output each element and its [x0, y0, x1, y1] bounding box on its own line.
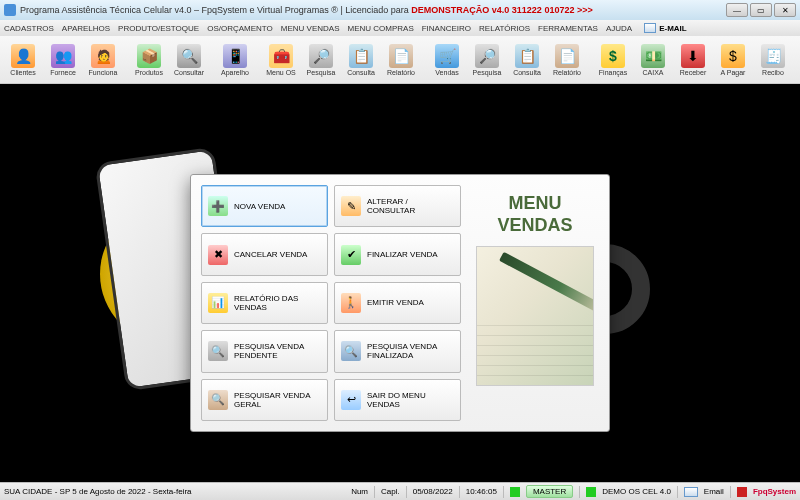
toolbar-funciona[interactable]: 🙍Funciona — [84, 38, 122, 82]
toolbar-produtos[interactable]: 📦Produtos — [130, 38, 168, 82]
dialog-btn-sair-do-menu-vendas[interactable]: ↩SAIR DO MENU VENDAS — [334, 379, 461, 421]
menu-cadastros[interactable]: CADASTROS — [4, 24, 54, 33]
toolbar-clientes[interactable]: 👤Clientes — [4, 38, 42, 82]
status-date: 05/08/2022 — [413, 487, 453, 496]
status-time: 10:46:05 — [466, 487, 497, 496]
titlebar-text: Programa Assistência Técnica Celular v4.… — [20, 5, 726, 15]
dialog-buttons-grid: ➕NOVA VENDA✎ALTERAR / CONSULTAR✖CANCELAR… — [201, 185, 461, 421]
menu-financeiro[interactable]: FINANCEIRO — [422, 24, 471, 33]
menu-menu-vendas[interactable]: MENU VENDAS — [281, 24, 340, 33]
toolbar: 👤Clientes👥Fornece🙍Funciona📦Produtos🔍Cons… — [0, 36, 800, 84]
relatorio-icon: 📄 — [555, 44, 579, 68]
nova-icon: ➕ — [208, 196, 228, 216]
status-num: Num — [351, 487, 368, 496]
toolbar-receber[interactable]: ⬇Receber — [674, 38, 712, 82]
toolbar-aparelho[interactable]: 📱Aparelho — [216, 38, 254, 82]
sair-icon: ↩ — [341, 390, 361, 410]
status-indicator-green — [510, 487, 520, 497]
pend-icon: 🔍 — [208, 341, 228, 361]
dialog-btn-cancelar-venda[interactable]: ✖CANCELAR VENDA — [201, 233, 328, 275]
menu-relatórios[interactable]: RELATÓRIOS — [479, 24, 530, 33]
clientes-icon: 👤 — [11, 44, 35, 68]
toolbar-caixa[interactable]: 💵CAIXA — [634, 38, 672, 82]
dialog-side-panel: MENU VENDAS — [471, 185, 599, 421]
toolbar-fornece[interactable]: 👥Fornece — [44, 38, 82, 82]
toolbar-menu-os[interactable]: 🧰Menu OS — [262, 38, 300, 82]
toolbar-vendas[interactable]: 🛒Vendas — [428, 38, 466, 82]
toolbar-recibo[interactable]: 🧾Recibo — [754, 38, 792, 82]
fornec-icon: 👥 — [51, 44, 75, 68]
status-indicator-green — [586, 487, 596, 497]
status-demo: DEMO OS CEL 4.0 — [602, 487, 671, 496]
consulta-icon: 📋 — [515, 44, 539, 68]
dialog-btn-finalizar-venda[interactable]: ✔FINALIZAR VENDA — [334, 233, 461, 275]
minimize-button[interactable]: — — [726, 3, 748, 17]
relatorio-icon: 📄 — [389, 44, 413, 68]
caixa-icon: 💵 — [641, 44, 665, 68]
rel-icon: 📊 — [208, 293, 228, 313]
alterar-icon: ✎ — [341, 196, 361, 216]
close-button[interactable]: ✕ — [774, 3, 796, 17]
toolbar-consultar[interactable]: 🔍Consultar — [170, 38, 208, 82]
toolbar-relatório[interactable]: 📄Relatório — [548, 38, 586, 82]
dialog-image — [476, 246, 594, 386]
status-master: MASTER — [526, 485, 573, 498]
menuos-icon: 🧰 — [269, 44, 293, 68]
menu-menu-compras[interactable]: MENU COMPRAS — [348, 24, 414, 33]
toolbar-pesquisa[interactable]: 🔎Pesquisa — [302, 38, 340, 82]
vendas-icon: 🛒 — [435, 44, 459, 68]
mail-icon[interactable] — [684, 487, 698, 497]
toolbar-finanças[interactable]: $Finanças — [594, 38, 632, 82]
pagar-icon: $ — [721, 44, 745, 68]
pesquisa-icon: 🔎 — [475, 44, 499, 68]
finalizar-icon: ✔ — [341, 245, 361, 265]
menu-vendas-dialog: ➕NOVA VENDA✎ALTERAR / CONSULTAR✖CANCELAR… — [190, 174, 610, 432]
dialog-btn-pesquisa-venda-finalizada[interactable]: 🔍PESQUISA VENDA FINALIZADA — [334, 330, 461, 372]
toolbar-consulta[interactable]: 📋Consulta — [342, 38, 380, 82]
final-icon: 🔍 — [341, 341, 361, 361]
status-system: FpqSystem — [753, 487, 796, 496]
dialog-btn-pesquisar-venda-geral[interactable]: 🔍PESQUISAR VENDA GERAL — [201, 379, 328, 421]
consultar-icon: 🔍 — [177, 44, 201, 68]
menu-os-orçamento[interactable]: OS/ORÇAMENTO — [207, 24, 273, 33]
status-email[interactable]: Email — [704, 487, 724, 496]
funciona-icon: 🙍 — [91, 44, 115, 68]
dialog-btn-nova-venda[interactable]: ➕NOVA VENDA — [201, 185, 328, 227]
workspace: ➕NOVA VENDA✎ALTERAR / CONSULTAR✖CANCELAR… — [0, 84, 800, 482]
pen-icon — [499, 252, 594, 312]
emitir-icon: 🚶 — [341, 293, 361, 313]
menu-email[interactable]: E-MAIL — [644, 23, 687, 33]
geral-icon: 🔍 — [208, 390, 228, 410]
receber-icon: ⬇ — [681, 44, 705, 68]
toolbar-consulta[interactable]: 📋Consulta — [508, 38, 546, 82]
dialog-title: MENU VENDAS — [497, 193, 572, 236]
consulta-icon: 📋 — [349, 44, 373, 68]
pesquisa-icon: 🔎 — [309, 44, 333, 68]
dialog-btn-emitir-venda[interactable]: 🚶EMITIR VENDA — [334, 282, 461, 324]
menu-aparelhos[interactable]: APARELHOS — [62, 24, 110, 33]
cancelar-icon: ✖ — [208, 245, 228, 265]
statusbar: SUA CIDADE - SP 5 de Agosto de 2022 - Se… — [0, 482, 800, 500]
menubar: CADASTROSAPARELHOSPRODUTO/ESTOQUEOS/ORÇA… — [0, 20, 800, 36]
titlebar: Programa Assistência Técnica Celular v4.… — [0, 0, 800, 20]
app-icon — [4, 4, 16, 16]
menu-ajuda[interactable]: AJUDA — [606, 24, 632, 33]
window-controls: — ▭ ✕ — [726, 3, 796, 17]
toolbar-pesquisa[interactable]: 🔎Pesquisa — [468, 38, 506, 82]
maximize-button[interactable]: ▭ — [750, 3, 772, 17]
toolbar-relatório[interactable]: 📄Relatório — [382, 38, 420, 82]
financas-icon: $ — [601, 44, 625, 68]
recibo-icon: 🧾 — [761, 44, 785, 68]
menu-ferramentas[interactable]: FERRAMENTAS — [538, 24, 598, 33]
status-cap: Capl. — [381, 487, 400, 496]
mail-icon — [644, 23, 656, 33]
status-location: SUA CIDADE - SP 5 de Agosto de 2022 - Se… — [4, 487, 192, 496]
status-indicator-red — [737, 487, 747, 497]
toolbar-a-pagar[interactable]: $A Pagar — [714, 38, 752, 82]
dialog-btn-relatório-das-vendas[interactable]: 📊RELATÓRIO DAS VENDAS — [201, 282, 328, 324]
produtos-icon: 📦 — [137, 44, 161, 68]
menu-produto-estoque[interactable]: PRODUTO/ESTOQUE — [118, 24, 199, 33]
dialog-btn-pesquisa-venda-pendente[interactable]: 🔍PESQUISA VENDA PENDENTE — [201, 330, 328, 372]
aparelho-icon: 📱 — [223, 44, 247, 68]
dialog-btn-alterar-consultar[interactable]: ✎ALTERAR / CONSULTAR — [334, 185, 461, 227]
